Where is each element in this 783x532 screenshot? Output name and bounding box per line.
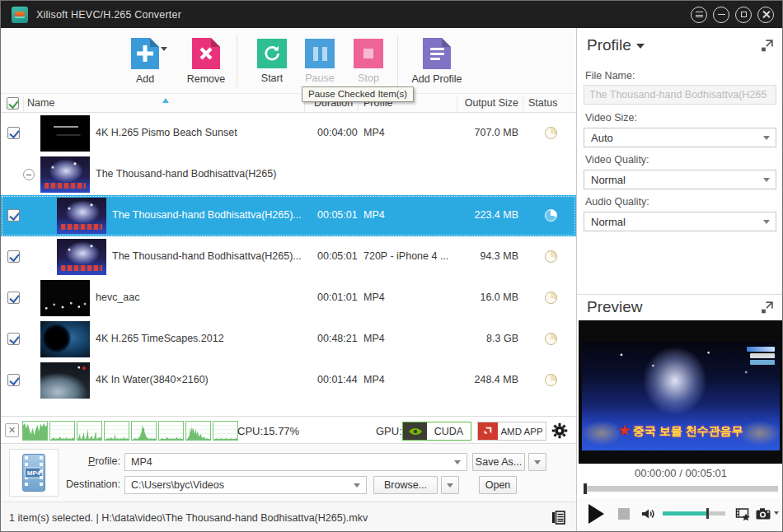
profile-value: 720P - iPhone 4 ... [363,250,456,262]
waiting-status-icon [545,333,557,345]
sort-ascending-icon [162,98,169,103]
cuda-badge[interactable]: CUDA [402,422,471,441]
volume-speaker-icon[interactable] [640,506,656,522]
expand-preview-icon[interactable] [760,301,774,315]
table-row[interactable]: 4K In Water(3840×2160) 00:01:44 MP4 248.… [1,360,576,401]
profile-value: MP4 [363,209,456,221]
duration-value: 00:01:01 [317,292,365,303]
row-checkbox[interactable] [7,209,20,222]
video-size-select[interactable]: Auto [584,128,776,147]
destination-combo-value: C:\Users\byc\Videos [131,479,350,491]
table-row[interactable]: 4K H.265 TimeScapes.2012 00:48:21 MP4 8.… [1,319,576,360]
file-list: 4K H.265 Pismo Beach Sunset 00:04:00 MP4… [1,113,576,417]
row-checkbox[interactable] [7,127,20,139]
row-checkbox[interactable] [7,333,20,345]
gpu-label: GPU: [376,425,402,437]
table-row[interactable]: The Thousand-hand Bodhisattva(H265)... 0… [1,195,576,236]
chevron-down-icon [454,460,461,464]
column-separator [23,96,24,111]
menu-button[interactable] [691,7,707,23]
table-row[interactable]: hevc_aac 00:01:01 MP4 16.0 MB [1,278,576,319]
table-row[interactable]: The Thousand-hand Bodhisattva(H265) [1,154,576,195]
cpu-core-graph [77,421,102,441]
waiting-status-icon [545,374,557,386]
video-quality-select[interactable]: Normal [584,170,776,189]
waiting-status-icon [545,127,557,139]
column-separator [457,96,457,111]
destination-field-label: Destination: [9,478,120,490]
browse-dropdown-button[interactable] [441,476,459,494]
column-status[interactable]: Status [528,97,557,109]
remove-button[interactable]: Remove [179,38,233,85]
maximize-button[interactable] [735,7,752,23]
player-stop-button[interactable] [618,508,630,520]
amd-app-badge[interactable]: AMD APP [477,422,546,441]
output-size-value: 94.3 MB [457,250,518,262]
maximize-icon [741,12,747,17]
seek-thumb[interactable] [584,483,587,494]
play-button[interactable] [588,504,604,524]
chevron-down-icon [354,483,360,488]
task-list-icon[interactable] [551,510,566,525]
favorite-clip-icon[interactable] [735,506,752,522]
stop-button[interactable]: Stop [341,38,396,84]
snapshot-camera-icon[interactable] [755,506,771,522]
file-name: 4K H.265 TimeScapes.2012 [96,333,306,344]
waiting-status-icon [545,209,557,222]
meter-bar: ✕ CPU:15.77% GPU: CUDA AMD APP [1,417,576,444]
table-row[interactable]: The Thousand-hand Bodhisattva(H265)... 0… [1,236,576,278]
save-as-dropdown-button[interactable] [528,453,546,471]
remove-label: Remove [179,73,233,85]
browse-button[interactable]: Browse... [373,476,438,494]
start-refresh-icon [257,39,287,68]
player-controls [577,498,783,532]
status-bar: 1 item(s) selected. | H:\data\video\The … [1,502,576,532]
preview-panel-title: Preview [587,298,643,316]
profile-panel-title[interactable]: Profile [587,36,645,54]
nvidia-logo-icon [403,422,427,440]
output-size-value: 223.4 MB [457,209,518,221]
file-name-input[interactable]: The Thousand-hand Bodhisattva(H265 [584,85,776,105]
add-profile-button[interactable]: Add Profile [401,38,472,85]
start-button[interactable]: Start [245,38,299,84]
column-output-size[interactable]: Output Size [461,97,518,109]
file-name: hevc_aac [96,292,306,303]
chevron-down-icon [763,136,770,140]
add-button[interactable]: Add [118,38,172,85]
chevron-down-icon [636,44,645,49]
collapse-icon[interactable] [23,169,35,180]
snapshot-dropdown-caret[interactable] [774,511,779,515]
add-dropdown-caret[interactable] [161,47,167,51]
open-button[interactable]: Open [479,476,517,494]
seek-bar[interactable] [584,486,778,492]
output-size-value: 707.0 MB [457,127,518,138]
meter-close-button[interactable]: ✕ [5,423,19,437]
audio-quality-select[interactable]: Normal [584,212,776,231]
output-size-value: 16.0 MB [457,292,518,303]
row-checkbox[interactable] [7,250,20,263]
row-checkbox[interactable] [7,292,20,304]
expand-profile-icon[interactable] [760,39,774,53]
pause-button[interactable]: Pause [293,38,347,84]
toolbar-separator [397,35,398,87]
file-name: 4K In Water(3840×2160) [96,374,306,385]
table-row[interactable]: 4K H.265 Pismo Beach Sunset 00:04:00 MP4… [1,113,576,154]
cpu-core-graph [49,421,75,441]
destination-combo[interactable]: C:\Users\byc\Videos [124,476,367,494]
settings-gear-icon[interactable] [551,422,568,439]
minimize-button[interactable] [713,7,729,23]
preview-video[interactable]: ★중국 보물 천수관음무 [579,320,783,464]
broadcast-overlay [747,347,775,365]
save-as-button[interactable]: Save As... [472,453,525,471]
row-checkbox[interactable] [7,374,20,386]
volume-slider[interactable] [663,511,725,516]
column-name[interactable]: Name [27,97,54,109]
close-button[interactable] [757,7,774,23]
add-profile-label: Add Profile [401,73,472,85]
video-quality-label: Video Quality: [585,154,649,166]
video-size-value: Auto [591,132,760,144]
add-label: Add [118,73,172,85]
profile-combo[interactable]: MP4 [124,453,467,471]
app-window: Xilisoft HEVC/H.265 Converter Add Remove… [0,0,783,532]
volume-thumb[interactable] [706,508,709,519]
